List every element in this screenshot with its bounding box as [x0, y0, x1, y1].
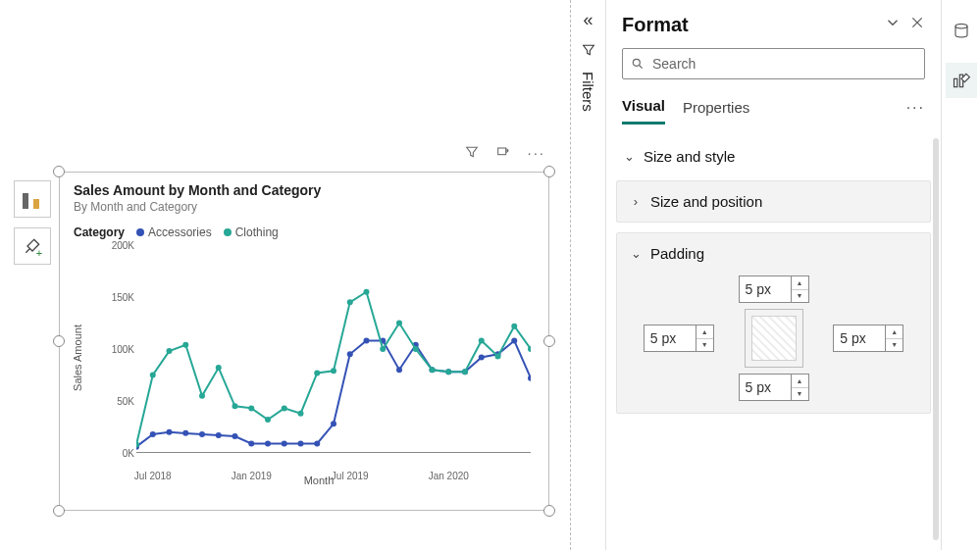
legend-swatch-icon [136, 228, 144, 236]
search-icon [631, 57, 645, 71]
padding-bottom-input[interactable]: 5 px ▲▼ [739, 374, 809, 401]
data-pane-icon[interactable] [946, 14, 977, 49]
y-tick-label: 50K [117, 396, 134, 407]
filters-label[interactable]: Filters [580, 72, 596, 112]
svg-point-9 [265, 440, 271, 446]
y-tick-label: 100K [112, 344, 134, 355]
svg-point-28 [167, 348, 173, 354]
x-tick-label: Jan 2020 [429, 471, 469, 481]
y-axis-label: Sales Amount [72, 325, 83, 391]
svg-point-32 [232, 403, 238, 409]
svg-point-29 [182, 342, 188, 348]
expand-filters-icon[interactable]: « [583, 10, 593, 30]
y-tick-label: 200K [112, 240, 134, 251]
filters-pane-collapsed: « Filters [570, 0, 605, 550]
svg-rect-54 [959, 75, 962, 87]
section-padding-header[interactable]: ⌄ Padding [629, 245, 918, 262]
tabs-more-icon[interactable]: ··· [906, 99, 925, 117]
svg-point-30 [199, 393, 205, 399]
svg-point-12 [314, 440, 320, 446]
svg-point-43 [413, 346, 419, 352]
visual-more-icon[interactable]: ··· [527, 144, 545, 163]
scrollbar[interactable] [933, 138, 939, 540]
report-canvas[interactable]: + ··· Sales Amount by Month and Category… [0, 0, 570, 550]
filter-icon[interactable] [581, 42, 596, 58]
resize-handle[interactable] [53, 505, 65, 517]
svg-point-44 [430, 367, 436, 373]
focus-mode-icon[interactable] [495, 144, 511, 163]
padding-right-input[interactable]: 5 px ▲▼ [833, 325, 903, 352]
svg-point-27 [150, 373, 156, 378]
svg-point-7 [232, 433, 238, 439]
chart-lines [136, 245, 531, 453]
svg-point-34 [265, 417, 271, 423]
svg-point-52 [955, 25, 967, 29]
svg-point-33 [248, 405, 254, 411]
close-icon[interactable] [909, 15, 925, 35]
chart-subtitle: By Month and Category [74, 200, 535, 214]
chevron-right-icon: › [629, 194, 643, 209]
stepper[interactable]: ▲▼ [791, 276, 808, 302]
selected-visual[interactable]: ··· Sales Amount by Month and Category B… [59, 172, 549, 511]
legend-item-clothing[interactable]: Clothing [224, 225, 279, 239]
padding-top-input[interactable]: 5 px ▲▼ [739, 275, 809, 303]
svg-point-24 [511, 338, 517, 344]
visual-types-button[interactable] [14, 180, 51, 218]
svg-point-46 [462, 369, 468, 375]
svg-point-11 [298, 440, 304, 446]
svg-point-36 [298, 411, 304, 417]
svg-point-10 [282, 440, 287, 446]
format-brush-button[interactable]: + [14, 227, 51, 265]
resize-handle[interactable] [543, 335, 555, 347]
section-size-and-position[interactable]: › Size and position [616, 180, 931, 223]
padding-left-input[interactable]: 5 px ▲▼ [644, 325, 714, 352]
svg-point-17 [396, 367, 402, 373]
right-icon-rail [941, 0, 980, 550]
visual-tools-rail: + [14, 180, 51, 265]
svg-point-48 [495, 353, 501, 359]
svg-point-37 [314, 370, 320, 375]
svg-point-49 [511, 324, 517, 329]
svg-point-13 [331, 421, 336, 426]
chart-title: Sales Amount by Month and Category [74, 182, 535, 198]
padding-preview [745, 309, 803, 368]
resize-handle[interactable] [543, 166, 555, 177]
y-tick-label: 150K [112, 292, 134, 303]
svg-point-38 [331, 368, 336, 374]
svg-point-22 [479, 354, 485, 360]
section-size-and-style[interactable]: ⌄ Size and style [616, 138, 931, 175]
stepper[interactable]: ▲▼ [696, 325, 713, 351]
svg-point-40 [364, 289, 370, 295]
resize-handle[interactable] [53, 166, 65, 177]
chevron-down-icon: ⌄ [622, 149, 636, 164]
stepper[interactable]: ▲▼ [791, 375, 808, 400]
format-tabs: Visual Properties ··· [606, 91, 941, 125]
x-tick-label: Jan 2019 [232, 471, 272, 481]
section-padding: ⌄ Padding 5 px ▲▼ 5 px ▲▼ 5 px ▲▼ [616, 232, 931, 414]
format-pane-icon[interactable] [946, 63, 977, 98]
stepper[interactable]: ▲▼ [885, 325, 903, 351]
svg-point-4 [182, 430, 188, 436]
svg-point-31 [216, 365, 222, 371]
tab-visual[interactable]: Visual [622, 91, 665, 125]
svg-point-8 [248, 440, 254, 446]
svg-point-3 [167, 429, 173, 435]
svg-point-6 [216, 432, 222, 438]
svg-point-47 [479, 338, 485, 344]
y-tick-label: 0K [123, 448, 134, 459]
line-chart-visual[interactable]: Sales Amount by Month and Category By Mo… [59, 172, 549, 511]
legend-item-accessories[interactable]: Accessories [136, 225, 212, 239]
svg-point-15 [364, 338, 370, 344]
chevron-down-icon[interactable] [884, 14, 902, 36]
search-input[interactable] [622, 48, 925, 79]
x-tick-label: Jul 2019 [332, 471, 369, 481]
visual-header-actions: ··· [464, 144, 545, 163]
tab-properties[interactable]: Properties [683, 93, 749, 124]
chart-legend: Category Accessories Clothing [74, 225, 535, 239]
svg-point-45 [445, 369, 451, 375]
svg-point-5 [199, 431, 205, 437]
filter-icon[interactable] [464, 144, 480, 163]
resize-handle[interactable] [543, 505, 555, 517]
resize-handle[interactable] [53, 335, 65, 347]
svg-point-2 [150, 431, 156, 437]
